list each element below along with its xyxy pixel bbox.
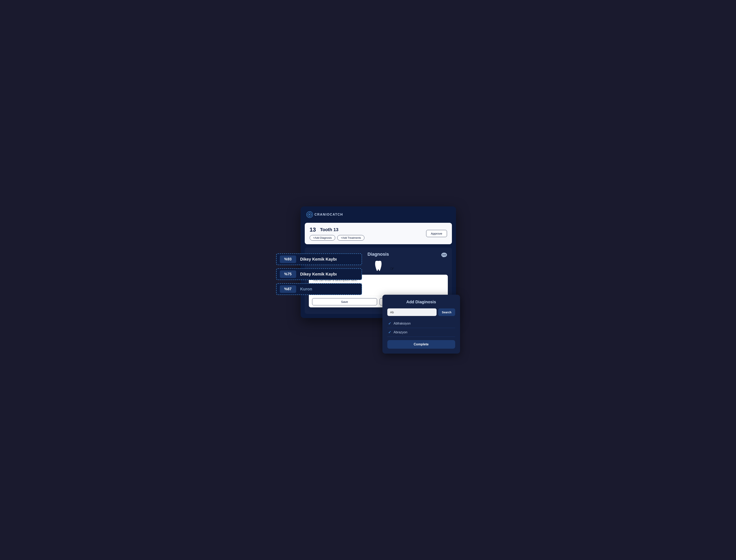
add-diagnosis-modal: Add Diaginosis Search ✓ Abfraksiyon ✓ Ab… [382,295,460,354]
diagnosis-rows: %93 Dikey Kemik Kaybı %75 Dikey Kemik Ka… [276,253,362,298]
search-button[interactable]: Search [438,308,455,316]
checkmark-icon-1: ✓ [388,321,391,326]
diagnosis-option-1: ✓ Abfraksiyon [387,319,455,328]
option-label-2: Abrazyon [394,330,408,334]
diag-percent-1: %93 [280,255,296,263]
svg-point-1 [309,214,310,215]
checkmark-icon-2: ✓ [388,330,391,335]
diag-name-3: Kuron [300,287,312,291]
tooth-card: 13 Tooth 13 +Add Diagnosis +Add Treatmen… [305,223,452,244]
svg-point-8 [444,254,445,255]
diagnosis-row-3: %87 Kuron [276,283,362,295]
logo-icon [306,211,313,218]
tooth-number: 13 [310,226,316,233]
search-input[interactable] [387,308,437,316]
approve-button[interactable]: Approve [426,230,447,237]
diagnosis-option-2: ✓ Abrazyon [387,328,455,337]
tooth-info: 13 Tooth 13 [310,226,365,233]
diag-percent-2: %75 [280,270,296,278]
diagnosis-row-1: %93 Dikey Kemik Kaybı [276,253,362,265]
search-row: Search [387,308,455,316]
app-container: CranioCatch 13 Tooth 13 +Add Diagnosis +… [276,206,460,354]
add-treatments-button[interactable]: +Add Treatments [337,235,364,241]
tooth-label: Tooth 13 [320,227,338,232]
complete-button[interactable]: Complete [387,340,455,349]
tooth-info-section: 13 Tooth 13 +Add Diagnosis +Add Treatmen… [310,226,365,241]
logo-bar: CranioCatch [305,211,452,219]
diagnosis-row-2: %75 Dikey Kemik Kaybı [276,268,362,280]
svg-point-7 [442,254,443,255]
diag-percent-3: %87 [280,285,296,293]
save-button[interactable]: Save [312,298,377,305]
svg-point-9 [445,254,446,255]
option-label-1: Abfraksiyon [394,322,411,325]
logo-text: CranioCatch [315,213,343,216]
diag-name-1: Dikey Kemik Kaybı [300,257,337,262]
tooth-actions: +Add Diagnosis +Add Treatments [310,235,365,241]
add-diagnosis-button[interactable]: +Add Diagnosis [310,235,335,241]
chat-icon[interactable] [440,251,449,260]
diag-name-2: Dikey Kemik Kaybı [300,272,337,277]
modal-title: Add Diaginosis [387,300,455,304]
